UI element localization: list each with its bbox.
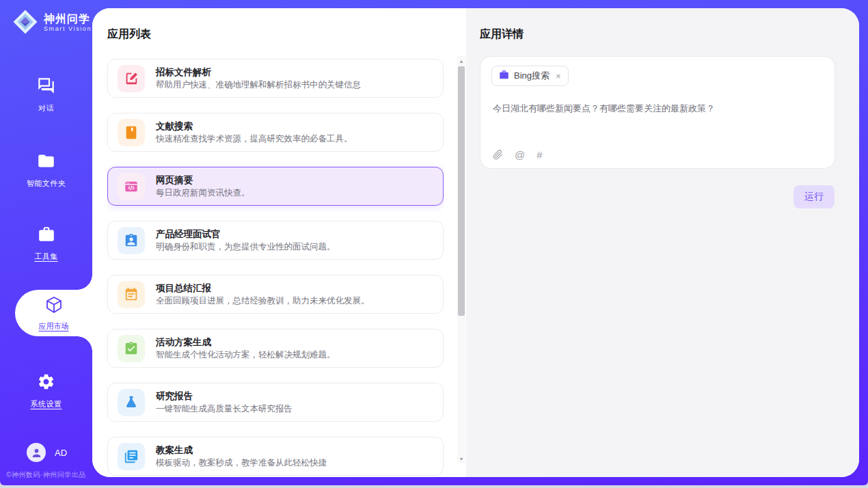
- app-card[interactable]: 网页摘要每日政府新闻资讯快查。: [107, 167, 444, 206]
- app-detail-title: 应用详情: [480, 27, 524, 42]
- flask-icon: [118, 389, 145, 416]
- clipboard-check-icon: [118, 335, 145, 362]
- attachment-toolbar: @ #: [493, 150, 543, 160]
- book-icon: [118, 119, 145, 146]
- app-card[interactable]: 项目总结汇报全面回顾项目进展，总结经验教训，助力未来优化发展。: [107, 275, 444, 314]
- app-card-title: 网页摘要: [156, 175, 250, 185]
- calendar-note-icon: [118, 281, 145, 308]
- app-card-title: 产品经理面试官: [156, 229, 336, 239]
- app-card[interactable]: 教案生成模板驱动，教案秒成，教学准备从此轻松快捷: [107, 437, 444, 476]
- app-card-description: 智能生成个性化活动方案，轻松解决规划难题。: [156, 350, 336, 360]
- hash-icon[interactable]: #: [537, 150, 542, 160]
- sidebar-item-tools[interactable]: 工具集: [0, 226, 92, 262]
- logo-diamond-icon: [12, 8, 39, 36]
- tool-tag-label: Bing搜索: [514, 70, 550, 82]
- app-card-description: 帮助用户快速、准确地理解和解析招标书中的关键信息: [156, 80, 361, 90]
- scroll-down-button[interactable]: ▼: [457, 454, 465, 463]
- avatar: [27, 443, 46, 462]
- app-card-title: 研究报告: [156, 391, 293, 401]
- app-card-title: 文献搜索: [156, 121, 353, 131]
- tag-close-icon[interactable]: ×: [556, 71, 561, 81]
- briefcase-icon: [499, 70, 509, 83]
- books-icon: [118, 443, 145, 470]
- app-card-description: 明确身份和职责，为您提供专业性的面试问题。: [156, 242, 336, 252]
- person-doc-icon: [118, 227, 145, 254]
- query-text[interactable]: 今日湖北有哪些新闻要点？有哪些需要关注的最新政策？: [493, 102, 822, 115]
- sidebar-item-label: 系统设置: [31, 399, 62, 409]
- app-card-title: 项目总结汇报: [156, 283, 370, 293]
- tool-tag-bing-search[interactable]: Bing搜索 ×: [491, 66, 569, 86]
- browser-code-icon: [118, 173, 145, 200]
- prompt-card: Bing搜索 × 今日湖北有哪些新闻要点？有哪些需要关注的最新政策？ @ #: [480, 56, 835, 169]
- main-content: 应用列表 招标文件解析帮助用户快速、准确地理解和解析招标书中的关键信息文献搜索快…: [92, 8, 859, 477]
- app-card-title: 教案生成: [156, 445, 327, 455]
- sidebar-item-label: 对话: [38, 103, 54, 113]
- app-card[interactable]: 文献搜索快速精准查找学术资源，提高研究效率的必备工具。: [107, 113, 444, 152]
- chat-icon: [37, 77, 55, 98]
- app-card-description: 模板驱动，教案秒成，教学准备从此轻松快捷: [156, 458, 327, 467]
- paperclip-icon[interactable]: [493, 150, 503, 160]
- sidebar-item-label: 工具集: [34, 252, 58, 262]
- app-card[interactable]: 研究报告一键智能生成高质量长文本研究报告: [107, 383, 444, 422]
- sidebar-item-chat[interactable]: 对话: [0, 77, 92, 113]
- sidebar-item-market[interactable]: 应用市场: [15, 290, 92, 336]
- app-card-title: 活动方案生成: [156, 337, 336, 347]
- mention-icon[interactable]: @: [515, 150, 525, 160]
- scrollbar[interactable]: ▲ ▼: [457, 56, 465, 463]
- app-list-title: 应用列表: [107, 27, 151, 42]
- app-list: 招标文件解析帮助用户快速、准确地理解和解析招标书中的关键信息文献搜索快速精准查找…: [107, 56, 444, 477]
- logo-title: 神州问学: [44, 12, 92, 25]
- sidebar: 神州问学 Smart Vision 对话智能文件夹工具集应用市场系统设置 AD …: [0, 0, 92, 485]
- scrollbar-thumb[interactable]: [458, 66, 465, 316]
- run-button[interactable]: 运行: [794, 185, 835, 208]
- logo-subtitle: Smart Vision: [44, 25, 92, 32]
- sidebar-item-label: 应用市场: [39, 321, 69, 331]
- gear-icon: [37, 372, 55, 394]
- app-card-description: 一键智能生成高质量长文本研究报告: [156, 404, 293, 414]
- scroll-up-button[interactable]: ▲: [457, 56, 465, 66]
- user-profile[interactable]: AD: [27, 443, 67, 462]
- app-frame: 神州问学 Smart Vision 对话智能文件夹工具集应用市场系统设置 AD …: [0, 0, 868, 485]
- sidebar-footer: ©神州数码·神州问学出品: [0, 470, 92, 480]
- cube-icon: [44, 295, 64, 317]
- sidebar-item-settings[interactable]: 系统设置: [0, 372, 92, 409]
- app-card[interactable]: 活动方案生成智能生成个性化活动方案，轻松解决规划难题。: [107, 329, 444, 368]
- edit-doc-icon: [118, 65, 145, 92]
- app-card-description: 快速精准查找学术资源，提高研究效率的必备工具。: [156, 134, 353, 144]
- toolbox-icon: [38, 226, 55, 246]
- app-list-panel: 应用列表 招标文件解析帮助用户快速、准确地理解和解析招标书中的关键信息文献搜索快…: [92, 8, 466, 477]
- app-detail-panel: 应用详情 Bing搜索 × 今日湖北有哪些新闻要点？有哪些需要关注的最新政策？: [466, 8, 859, 477]
- app-card-description: 每日政府新闻资讯快查。: [156, 188, 250, 198]
- app-card[interactable]: 招标文件解析帮助用户快速、准确地理解和解析招标书中的关键信息: [107, 59, 444, 98]
- app-card-title: 招标文件解析: [156, 67, 361, 77]
- logo: 神州问学 Smart Vision: [12, 8, 92, 36]
- app-card-description: 全面回顾项目进展，总结经验教训，助力未来优化发展。: [156, 296, 370, 306]
- user-name: AD: [55, 448, 67, 458]
- app-card[interactable]: 产品经理面试官明确身份和职责，为您提供专业性的面试问题。: [107, 221, 444, 260]
- sidebar-item-label: 智能文件夹: [27, 178, 66, 189]
- folder-icon: [37, 152, 55, 173]
- sidebar-item-folders[interactable]: 智能文件夹: [0, 152, 92, 189]
